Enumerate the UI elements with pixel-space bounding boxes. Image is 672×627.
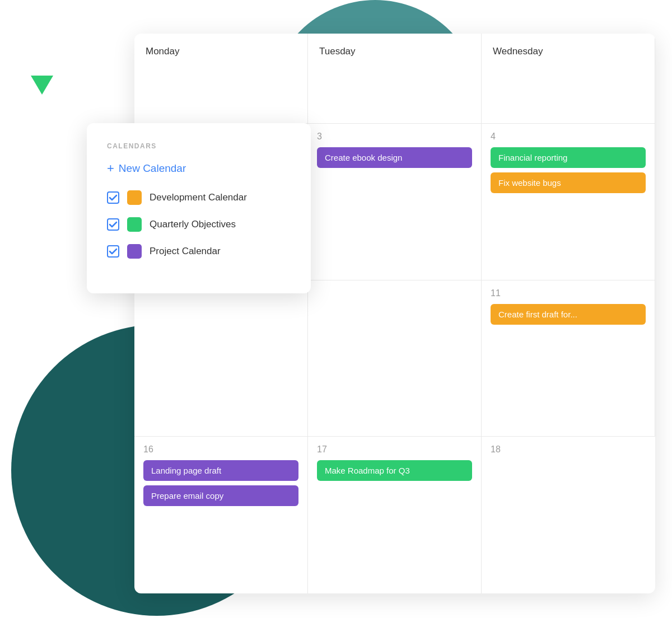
calendar-grid: Monday Tuesday Wednesday 2 3 Create eboo…: [134, 34, 655, 593]
checkbox-development-icon: [107, 191, 119, 204]
cell-wed-4: 4 Financial reporting Fix website bugs: [482, 124, 655, 280]
col-header-tuesday: Tuesday: [308, 34, 482, 124]
day-number: 18: [491, 444, 646, 455]
checkbox-project-icon: [107, 245, 119, 258]
calendars-panel: CALENDARS + New Calendar Development Cal…: [87, 123, 311, 293]
event-create-ebook[interactable]: Create ebook design: [317, 147, 472, 168]
col-header-monday: Monday: [134, 34, 308, 124]
swatch-development: [127, 190, 142, 205]
cell-tue-10: [308, 280, 482, 437]
day-number: 11: [491, 288, 646, 298]
calendar-item-development[interactable]: Development Calendar: [107, 190, 291, 205]
calendar-item-label-quarterly: Quarterly Objectives: [150, 219, 236, 230]
calendar-item-project[interactable]: Project Calendar: [107, 244, 291, 259]
cell-wed-11: 11 Create first draft for...: [482, 280, 655, 437]
day-number: 4: [491, 132, 646, 142]
swatch-quarterly: [127, 217, 142, 232]
panel-section-label: CALENDARS: [107, 142, 291, 150]
plus-icon: +: [107, 162, 114, 175]
checkbox-quarterly-icon: [107, 218, 119, 231]
day-number: 17: [317, 444, 472, 455]
new-calendar-button[interactable]: + New Calendar: [107, 162, 186, 175]
arrow-icon: [31, 76, 53, 95]
event-make-roadmap[interactable]: Make Roadmap for Q3: [317, 460, 472, 481]
new-calendar-label: New Calendar: [119, 162, 186, 175]
cell-wed-18: 18: [482, 437, 655, 593]
cell-tue-17: 17 Make Roadmap for Q3: [308, 437, 482, 593]
swatch-project: [127, 244, 142, 259]
cell-mon-9: [134, 280, 308, 437]
cell-tue-3: 3 Create ebook design: [308, 124, 482, 280]
calendar-item-label-development: Development Calendar: [150, 192, 247, 203]
calendar-container: Monday Tuesday Wednesday 2 3 Create eboo…: [134, 34, 655, 593]
day-number: 3: [317, 132, 472, 142]
event-fix-website-bugs[interactable]: Fix website bugs: [491, 172, 646, 193]
day-number: 16: [143, 444, 298, 455]
event-landing-page-draft[interactable]: Landing page draft: [143, 460, 298, 481]
col-header-wednesday: Wednesday: [482, 34, 655, 124]
event-create-first-draft[interactable]: Create first draft for...: [491, 304, 646, 325]
calendar-item-quarterly[interactable]: Quarterly Objectives: [107, 217, 291, 232]
cell-mon-16: 16 Landing page draft Prepare email copy: [134, 437, 308, 593]
event-financial-reporting[interactable]: Financial reporting: [491, 147, 646, 168]
calendar-item-label-project: Project Calendar: [150, 246, 221, 257]
event-prepare-email-copy[interactable]: Prepare email copy: [143, 485, 298, 506]
